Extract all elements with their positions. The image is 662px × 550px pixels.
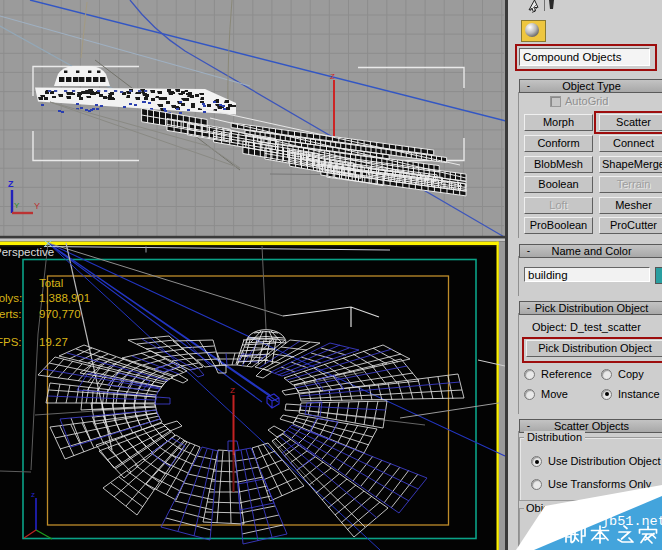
svg-text:Perspective: Perspective: [0, 246, 54, 258]
svg-text:Verts:: Verts:: [0, 308, 21, 320]
svg-text:FPS:: FPS:: [0, 336, 22, 348]
svg-text:Y: Y: [34, 201, 40, 211]
svg-text:jb51.net: jb51.net: [601, 514, 662, 529]
svg-text:Z: Z: [8, 179, 14, 189]
svg-text:1,388,901: 1,388,901: [39, 292, 90, 304]
svg-text:Y: Y: [14, 201, 20, 210]
svg-text:970,770: 970,770: [39, 308, 81, 320]
svg-text:Total: Total: [39, 277, 63, 289]
svg-text:Z: Z: [330, 72, 335, 81]
svg-text:19.27: 19.27: [39, 336, 68, 348]
svg-text:Polys:: Polys:: [0, 292, 22, 304]
svg-text:z: z: [31, 490, 35, 499]
svg-text:Z: Z: [230, 386, 235, 395]
